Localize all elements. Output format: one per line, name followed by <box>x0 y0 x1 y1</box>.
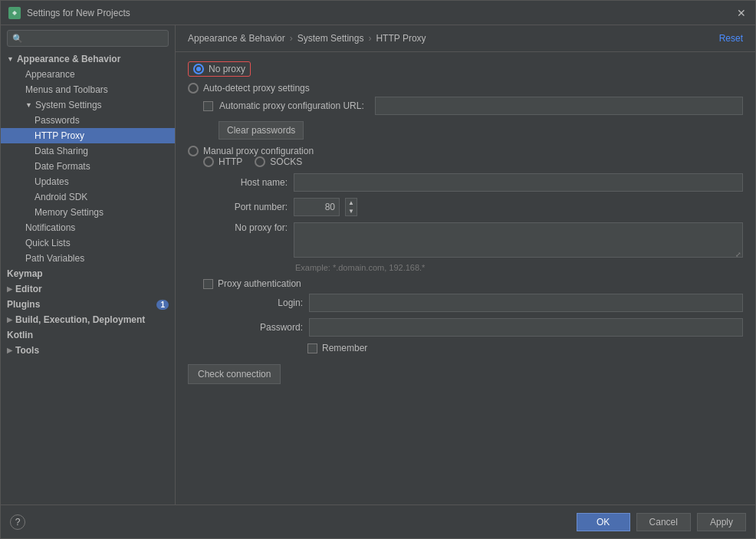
login-label: Login: <box>219 297 303 308</box>
sidebar-item-updates[interactable]: Updates <box>1 174 175 189</box>
sidebar-item-appearance[interactable]: Appearance <box>1 67 175 82</box>
host-name-row: Host name: <box>203 173 743 192</box>
auto-detect-row: Auto-detect proxy settings <box>188 83 743 94</box>
password-label: Password: <box>219 322 303 333</box>
breadcrumb-sep-2: › <box>368 33 371 44</box>
sidebar-item-build-exec[interactable]: ▶ Build, Execution, Deployment <box>1 312 175 327</box>
http-radio[interactable] <box>203 156 214 167</box>
close-button[interactable]: ✕ <box>735 7 748 19</box>
expand-icon: ▼ <box>7 55 14 63</box>
port-number-input[interactable] <box>294 198 340 216</box>
sidebar-item-android-sdk[interactable]: Android SDK <box>1 189 175 205</box>
sidebar-item-memory-settings[interactable]: Memory Settings <box>1 205 175 220</box>
no-proxy-for-row: No proxy for: ⤢ <box>203 222 743 260</box>
no-proxy-highlight: No proxy <box>188 61 251 77</box>
sidebar-item-quick-lists[interactable]: Quick Lists <box>1 235 175 251</box>
no-proxy-for-wrapper: ⤢ <box>294 222 743 260</box>
settings-area: No proxy Auto-detect proxy settings Auto… <box>176 52 755 504</box>
auto-detect-radio[interactable] <box>188 83 199 94</box>
socks-label: SOCKS <box>270 156 302 167</box>
manual-proxy-section: Manual proxy configuration HTTP SOCKS <box>188 146 743 353</box>
auth-fields: Login: Password: <box>219 294 743 353</box>
sidebar-item-passwords[interactable]: Passwords <box>1 113 175 128</box>
manual-proxy-row: Manual proxy configuration <box>188 146 743 156</box>
no-proxy-for-input[interactable] <box>294 222 743 258</box>
socks-radio-row: SOCKS <box>255 156 302 167</box>
socks-radio[interactable] <box>255 156 265 167</box>
auto-config-checkbox[interactable] <box>203 101 213 111</box>
sidebar-item-plugins[interactable]: Plugins 1 <box>1 297 175 312</box>
auto-config-url-label: Automatic proxy configuration URL: <box>219 100 364 111</box>
sidebar-item-kotlin[interactable]: Kotlin <box>1 327 175 343</box>
help-button[interactable]: ? <box>10 514 25 530</box>
sidebar-item-appearance-behavior[interactable]: ▼ Appearance & Behavior <box>1 51 175 67</box>
breadcrumb: Appearance & Behavior › System Settings … <box>176 25 755 52</box>
expand-textarea-icon[interactable]: ⤢ <box>735 251 741 258</box>
breadcrumb-http-proxy: HTTP Proxy <box>376 33 426 44</box>
footer-buttons: OK Cancel Apply <box>577 513 746 531</box>
auto-detect-label: Auto-detect proxy settings <box>203 83 310 94</box>
check-connection-button[interactable]: Check connection <box>188 364 281 384</box>
manual-proxy-label: Manual proxy configuration <box>203 146 314 156</box>
host-name-label: Host name: <box>203 177 288 188</box>
sidebar-item-editor[interactable]: ▶ Editor <box>1 281 175 297</box>
password-input[interactable] <box>309 318 743 337</box>
reset-button[interactable]: Reset <box>719 33 743 44</box>
sidebar-item-http-proxy[interactable]: HTTP Proxy <box>1 128 175 143</box>
remember-row: Remember <box>219 343 743 353</box>
main-panel: Appearance & Behavior › System Settings … <box>176 25 755 504</box>
manual-proxy-radio[interactable] <box>188 146 199 156</box>
expand-icon: ▼ <box>25 101 32 109</box>
port-number-row: Port number: 80 ▲ ▼ <box>203 198 743 216</box>
port-increment-button[interactable]: ▲ <box>346 199 357 207</box>
sidebar-item-data-sharing[interactable]: Data Sharing <box>1 143 175 159</box>
sidebar-item-menus-toolbars[interactable]: Menus and Toolbars <box>1 82 175 97</box>
proxy-auth-section: Proxy authentication Login: Pa <box>203 278 743 353</box>
sidebar-item-system-settings[interactable]: ▼ System Settings <box>1 97 175 113</box>
no-proxy-radio[interactable] <box>193 64 204 74</box>
no-proxy-label: No proxy <box>209 64 245 74</box>
auto-detect-section: Auto-detect proxy settings Automatic pro… <box>188 83 743 140</box>
plugins-badge: 1 <box>156 300 169 310</box>
auto-config-url-input[interactable] <box>375 97 743 115</box>
breadcrumb-appearance-behavior: Appearance & Behavior <box>188 33 285 44</box>
breadcrumb-system-settings: System Settings <box>297 33 364 44</box>
apply-button[interactable]: Apply <box>697 513 746 531</box>
proxy-auth-row: Proxy authentication <box>203 278 743 289</box>
no-proxy-section: No proxy <box>188 61 743 77</box>
sidebar-item-keymap[interactable]: Keymap <box>1 266 175 281</box>
proxy-auth-checkbox[interactable] <box>203 279 213 289</box>
app-icon <box>8 7 21 19</box>
expand-icon: ▶ <box>7 347 12 354</box>
breadcrumb-sep-1: › <box>290 33 293 44</box>
clear-passwords-row: Clear passwords <box>219 121 743 140</box>
clear-passwords-button[interactable]: Clear passwords <box>219 121 304 140</box>
login-row: Login: <box>219 294 743 312</box>
port-spinner: ▲ ▼ <box>345 198 357 216</box>
host-name-input[interactable] <box>294 173 743 192</box>
http-label: HTTP <box>219 156 242 167</box>
sidebar-item-date-formats[interactable]: Date Formats <box>1 159 175 174</box>
http-socks-row: HTTP SOCKS <box>203 156 743 167</box>
sidebar-item-tools[interactable]: ▶ Tools <box>1 343 175 358</box>
login-input[interactable] <box>309 294 743 312</box>
sidebar: 🔍 ▼ Appearance & Behavior Appearance Men… <box>1 25 176 504</box>
ok-button[interactable]: OK <box>577 513 630 531</box>
title-bar: Settings for New Projects ✕ <box>1 1 755 25</box>
manual-proxy-sub: HTTP SOCKS Host name: <box>203 156 743 353</box>
sidebar-item-notifications[interactable]: Notifications <box>1 220 175 235</box>
port-decrement-button[interactable]: ▼ <box>346 207 357 215</box>
cancel-button[interactable]: Cancel <box>636 513 691 531</box>
search-input[interactable] <box>26 33 163 44</box>
window-title: Settings for New Projects <box>27 8 735 18</box>
remember-checkbox[interactable] <box>307 343 317 353</box>
password-row: Password: <box>219 318 743 337</box>
no-proxy-for-label: No proxy for: <box>203 222 288 233</box>
settings-window: Settings for New Projects ✕ 🔍 ▼ Appearan… <box>0 0 756 539</box>
search-icon: 🔍 <box>12 34 23 44</box>
main-content: 🔍 ▼ Appearance & Behavior Appearance Men… <box>1 25 755 504</box>
auto-config-sub: Automatic proxy configuration URL: Clear… <box>203 97 743 140</box>
sidebar-item-path-variables[interactable]: Path Variables <box>1 251 175 266</box>
auto-config-url-row: Automatic proxy configuration URL: <box>203 97 743 115</box>
search-box[interactable]: 🔍 <box>7 30 169 47</box>
